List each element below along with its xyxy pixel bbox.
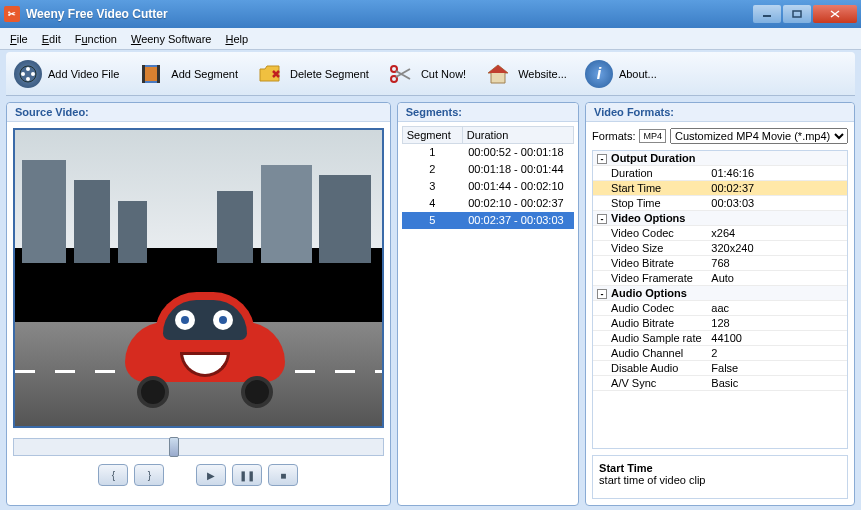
property-row[interactable]: Audio Sample rate44100 bbox=[593, 331, 847, 346]
svg-rect-9 bbox=[142, 65, 145, 83]
film-reel-icon bbox=[14, 60, 42, 88]
property-row[interactable]: Video FramerateAuto bbox=[593, 271, 847, 286]
property-row[interactable]: Video Size320x240 bbox=[593, 241, 847, 256]
website-label: Website... bbox=[518, 68, 567, 80]
add-video-file-button[interactable]: Add Video File bbox=[14, 60, 119, 88]
stop-button[interactable]: ■ bbox=[268, 464, 298, 486]
hint-desc: start time of video clip bbox=[599, 474, 841, 486]
source-video-header: Source Video: bbox=[7, 103, 390, 122]
property-row[interactable]: Disable AudioFalse bbox=[593, 361, 847, 376]
property-row[interactable]: Audio Channel2 bbox=[593, 346, 847, 361]
close-button[interactable] bbox=[813, 5, 857, 23]
source-video-panel: Source Video: bbox=[6, 102, 391, 506]
filmstrip-icon bbox=[137, 60, 165, 88]
property-section[interactable]: -Output Duration bbox=[593, 151, 847, 166]
playback-controls: { } ▶ ❚❚ ■ bbox=[7, 460, 390, 494]
hint-title: Start Time bbox=[599, 462, 841, 474]
col-segment[interactable]: Segment bbox=[402, 127, 462, 144]
segments-table[interactable]: Segment Duration 100:00:52 - 00:01:18200… bbox=[402, 126, 574, 501]
app-icon: ✂ bbox=[4, 6, 20, 22]
titlebar: ✂ Weeny Free Video Cutter bbox=[0, 0, 861, 28]
svg-rect-10 bbox=[157, 65, 160, 83]
delete-segment-label: Delete Segment bbox=[290, 68, 369, 80]
add-video-label: Add Video File bbox=[48, 68, 119, 80]
about-label: About... bbox=[619, 68, 657, 80]
mark-in-button[interactable]: { bbox=[98, 464, 128, 486]
play-button[interactable]: ▶ bbox=[196, 464, 226, 486]
seek-bar[interactable] bbox=[13, 438, 384, 456]
menu-edit[interactable]: Edit bbox=[36, 31, 67, 47]
properties-table[interactable]: -Output DurationDuration01:46:16Start Ti… bbox=[592, 150, 848, 449]
delete-segment-button[interactable]: Delete Segment bbox=[256, 60, 369, 88]
app-title: Weeny Free Video Cutter bbox=[26, 7, 753, 21]
svg-point-6 bbox=[21, 72, 25, 76]
folder-delete-icon bbox=[256, 60, 284, 88]
svg-rect-0 bbox=[763, 15, 771, 17]
menu-function[interactable]: Function bbox=[69, 31, 123, 47]
segment-row[interactable]: 500:02:37 - 00:03:03 bbox=[402, 212, 573, 229]
seek-thumb[interactable] bbox=[169, 437, 179, 457]
segments-header: Segments: bbox=[398, 103, 578, 122]
svg-rect-8 bbox=[144, 67, 158, 81]
video-formats-panel: Video Formats: Formats: MP4 Customized M… bbox=[585, 102, 855, 506]
segment-row[interactable]: 100:00:52 - 00:01:18 bbox=[402, 144, 573, 161]
svg-rect-1 bbox=[793, 11, 801, 17]
segment-row[interactable]: 300:01:44 - 00:02:10 bbox=[402, 178, 573, 195]
menubar: File Edit Function Weeny Software Help bbox=[0, 28, 861, 50]
col-duration[interactable]: Duration bbox=[462, 127, 573, 144]
property-row[interactable]: Duration01:46:16 bbox=[593, 166, 847, 181]
video-preview[interactable] bbox=[13, 128, 384, 428]
property-row[interactable]: Stop Time00:03:03 bbox=[593, 196, 847, 211]
property-section[interactable]: -Audio Options bbox=[593, 286, 847, 301]
svg-point-5 bbox=[26, 77, 30, 81]
svg-point-4 bbox=[31, 72, 35, 76]
svg-point-3 bbox=[26, 67, 30, 71]
property-row[interactable]: A/V SyncBasic bbox=[593, 376, 847, 391]
property-row[interactable]: Start Time00:02:37 bbox=[593, 181, 847, 196]
segments-panel: Segments: Segment Duration 100:00:52 - 0… bbox=[397, 102, 579, 506]
toolbar: Add Video File Add Segment Delete Segmen… bbox=[6, 52, 855, 96]
property-hint: Start Time start time of video clip bbox=[592, 455, 848, 499]
formats-label: Formats: bbox=[592, 130, 635, 142]
segment-row[interactable]: 400:02:10 - 00:02:37 bbox=[402, 195, 573, 212]
about-button[interactable]: i About... bbox=[585, 60, 657, 88]
maximize-button[interactable] bbox=[783, 5, 811, 23]
add-segment-button[interactable]: Add Segment bbox=[137, 60, 238, 88]
cut-now-label: Cut Now! bbox=[421, 68, 466, 80]
menu-weeny-software[interactable]: Weeny Software bbox=[125, 31, 218, 47]
property-row[interactable]: Video Codecx264 bbox=[593, 226, 847, 241]
video-formats-header: Video Formats: bbox=[586, 103, 854, 122]
pause-button[interactable]: ❚❚ bbox=[232, 464, 262, 486]
format-badge: MP4 bbox=[639, 129, 666, 143]
info-icon: i bbox=[585, 60, 613, 88]
menu-help[interactable]: Help bbox=[219, 31, 254, 47]
segment-row[interactable]: 200:01:18 - 00:01:44 bbox=[402, 161, 573, 178]
website-button[interactable]: Website... bbox=[484, 60, 567, 88]
property-row[interactable]: Video Bitrate768 bbox=[593, 256, 847, 271]
mark-out-button[interactable]: } bbox=[134, 464, 164, 486]
add-segment-label: Add Segment bbox=[171, 68, 238, 80]
property-row[interactable]: Audio Bitrate128 bbox=[593, 316, 847, 331]
scissors-icon bbox=[387, 60, 415, 88]
property-section[interactable]: -Video Options bbox=[593, 211, 847, 226]
home-icon bbox=[484, 60, 512, 88]
cut-now-button[interactable]: Cut Now! bbox=[387, 60, 466, 88]
minimize-button[interactable] bbox=[753, 5, 781, 23]
menu-file[interactable]: File bbox=[4, 31, 34, 47]
formats-dropdown[interactable]: Customized MP4 Movie (*.mp4) bbox=[670, 128, 848, 144]
property-row[interactable]: Audio Codecaac bbox=[593, 301, 847, 316]
